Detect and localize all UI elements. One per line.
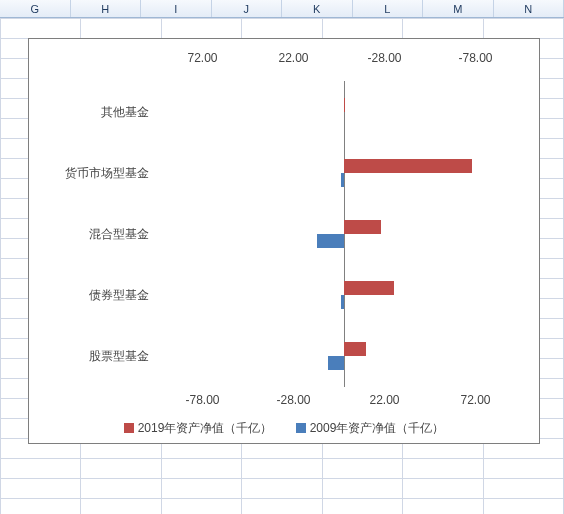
col-I[interactable]: I: [141, 0, 212, 17]
bar-2009: [317, 234, 344, 248]
x-tick-top: -28.00: [367, 51, 401, 65]
secondary-x-axis: 72.0022.00-28.00-78.00: [157, 51, 521, 67]
primary-x-axis: -78.00-28.0022.0072.00: [157, 393, 521, 409]
category-label: 债券型基金: [37, 287, 149, 304]
column-header-row: G H I J K L M N: [0, 0, 564, 18]
bar-2009: [328, 356, 344, 370]
bar-2009: [341, 295, 345, 309]
legend-swatch-red: [124, 423, 134, 433]
x-tick-bottom: 72.00: [460, 393, 490, 407]
x-tick-top: 72.00: [187, 51, 217, 65]
legend-label-2019: 2019年资产净值（千亿）: [138, 421, 273, 435]
x-tick-top: -78.00: [458, 51, 492, 65]
x-tick-top: 22.00: [278, 51, 308, 65]
bar-2019: [344, 159, 471, 173]
chart-legend: 2019年资产净值（千亿） 2009年资产净值（千亿）: [29, 420, 539, 437]
col-G[interactable]: G: [0, 0, 71, 17]
x-tick-bottom: -28.00: [276, 393, 310, 407]
bar-2019: [344, 98, 345, 112]
bar-2009: [341, 173, 345, 187]
x-tick-bottom: 22.00: [369, 393, 399, 407]
col-J[interactable]: J: [212, 0, 283, 17]
category-label: 其他基金: [37, 103, 149, 120]
legend-item-2019: 2019年资产净值（千亿）: [124, 420, 273, 437]
x-tick-bottom: -78.00: [185, 393, 219, 407]
bar-2019: [344, 342, 366, 356]
category-label: 货币市场型基金: [37, 164, 149, 181]
plot-area: 其他基金货币市场型基金混合型基金债券型基金股票型基金: [157, 81, 521, 387]
col-N[interactable]: N: [494, 0, 565, 17]
legend-label-2009: 2009年资产净值（千亿）: [310, 421, 445, 435]
bar-2019: [344, 220, 380, 234]
bar-2019: [344, 281, 393, 295]
category-label: 股票型基金: [37, 348, 149, 365]
col-H[interactable]: H: [71, 0, 142, 17]
legend-item-2009: 2009年资产净值（千亿）: [296, 420, 445, 437]
col-M[interactable]: M: [423, 0, 494, 17]
embedded-chart[interactable]: 72.0022.00-28.00-78.00 其他基金货币市场型基金混合型基金债…: [28, 38, 540, 444]
legend-swatch-blue: [296, 423, 306, 433]
category-label: 混合型基金: [37, 226, 149, 243]
col-K[interactable]: K: [282, 0, 353, 17]
zero-line: [344, 81, 345, 387]
col-L[interactable]: L: [353, 0, 424, 17]
